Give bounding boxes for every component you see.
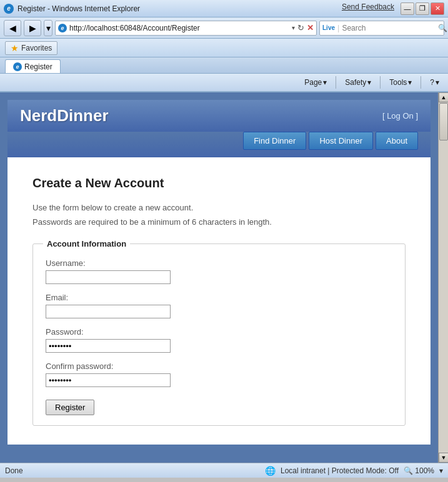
tools-menu-button[interactable]: Tools ▾ [386,77,416,88]
stop-button[interactable]: ✕ [307,23,314,32]
safety-menu-button[interactable]: Safety ▾ [341,77,375,88]
host-dinner-button[interactable]: Host Dinner [309,132,373,150]
safety-dropdown-icon: ▾ [367,78,371,87]
tools-dropdown-icon: ▾ [408,78,412,87]
username-group: Username: [46,258,392,284]
live-search-logo: Live [322,24,335,31]
page-label: Page [304,78,322,87]
confirm-group: Confirm password: [46,362,392,387]
restore-button[interactable]: ❐ [416,2,429,15]
star-icon: ★ [11,43,19,53]
favorites-label: Favorites [21,44,52,52]
page-wrap: NerdDinner [ Log On ] Find Dinner Host D… [0,92,438,463]
safety-label: Safety [345,78,366,87]
scroll-up-button[interactable]: ▲ [439,92,448,102]
browser-content: NerdDinner [ Log On ] Find Dinner Host D… [0,92,448,463]
description1: Use the form below to create a new accou… [32,203,406,212]
dropdown-button[interactable]: ▾ [44,20,52,36]
confirm-label: Confirm password: [46,362,392,371]
page-title: Create a New Account [32,176,406,190]
register-button[interactable]: Register [46,400,94,415]
password-input[interactable] [46,339,171,353]
send-feedback-link[interactable]: Send Feedback [342,2,394,15]
title-bar: e Register - Windows Internet Explorer S… [0,0,448,17]
search-divider: | [337,23,339,32]
address-input[interactable] [69,24,289,32]
tools-label: Tools [389,78,407,87]
description2: Passwords are required to be a minimum o… [32,217,406,227]
email-input[interactable] [46,305,171,318]
scrollbar[interactable]: ▲ ▼ [438,92,448,463]
email-group: Email: [46,293,392,318]
tab-icon: e [13,62,22,71]
window-title: Register - Windows Internet Explorer [17,4,140,13]
toolbar-separator3 [421,76,421,89]
search-icon[interactable]: 🔍 [438,24,447,32]
refresh-button[interactable]: ↻ [297,23,304,32]
ie-logo-icon: e [4,4,14,14]
zoom-dropdown-icon[interactable]: ▾ [439,466,443,475]
password-label: Password: [46,327,392,337]
favorites-button[interactable]: ★ Favorites [5,41,57,55]
fieldset-legend: Account Information [43,239,130,248]
toolbar-separator [336,76,336,89]
status-bar: Done 🌐 Local intranet | Protected Mode: … [0,463,448,478]
dropdown-arrow-icon[interactable]: ▾ [292,24,295,31]
status-text: Done [5,466,23,475]
site-logo: NerdDinner [20,106,109,125]
minimize-button[interactable]: — [401,2,414,15]
login-link[interactable]: [ Log On ] [382,111,418,120]
content-area: Create a New Account Use the form below … [7,157,431,445]
globe-icon: 🌐 [265,466,276,476]
help-button[interactable]: ? ▾ [426,77,443,88]
about-button[interactable]: About [376,132,418,150]
address-input-wrap: e ▾ ↻ ✕ [55,21,317,36]
nav-bar: Find Dinner Host Dinner About [7,132,431,157]
account-fieldset: Account Information Username: Email: Pas… [32,239,406,426]
site-header: NerdDinner [ Log On ] [7,100,431,132]
zoom-button[interactable]: 🔍 100% [404,466,434,475]
scroll-down-button[interactable]: ▼ [439,453,448,463]
active-tab[interactable]: e Register [5,59,61,73]
find-dinner-button[interactable]: Find Dinner [243,132,306,150]
username-input[interactable] [46,270,171,284]
tab-bar: e Register [0,57,448,74]
password-group: Password: [46,327,392,353]
toolbar-separator2 [380,76,381,89]
address-bar: ◀ ▶ ▾ e ▾ ↻ ✕ Live | 🔍 [0,17,448,39]
email-label: Email: [46,293,392,302]
page-menu-button[interactable]: Page ▾ [301,77,331,88]
toolbar-bar: Page ▾ Safety ▾ Tools ▾ ? ▾ [0,74,448,92]
zone-text: Local intranet | Protected Mode: Off [281,466,399,475]
tab-label: Register [24,62,52,71]
scroll-thumb[interactable] [439,103,448,140]
page-icon: e [58,24,67,32]
search-bar: Live | 🔍 [319,21,444,36]
help-icon: ? [430,78,434,87]
page-dropdown-icon: ▾ [323,78,327,87]
username-label: Username: [46,258,392,268]
close-button[interactable]: ✕ [431,2,444,15]
search-input[interactable] [342,24,436,32]
forward-button[interactable]: ▶ [24,20,41,36]
confirm-input[interactable] [46,373,171,387]
back-button[interactable]: ◀ [4,20,21,36]
favorites-bar: ★ Favorites [0,39,448,57]
help-dropdown-icon: ▾ [436,78,439,87]
